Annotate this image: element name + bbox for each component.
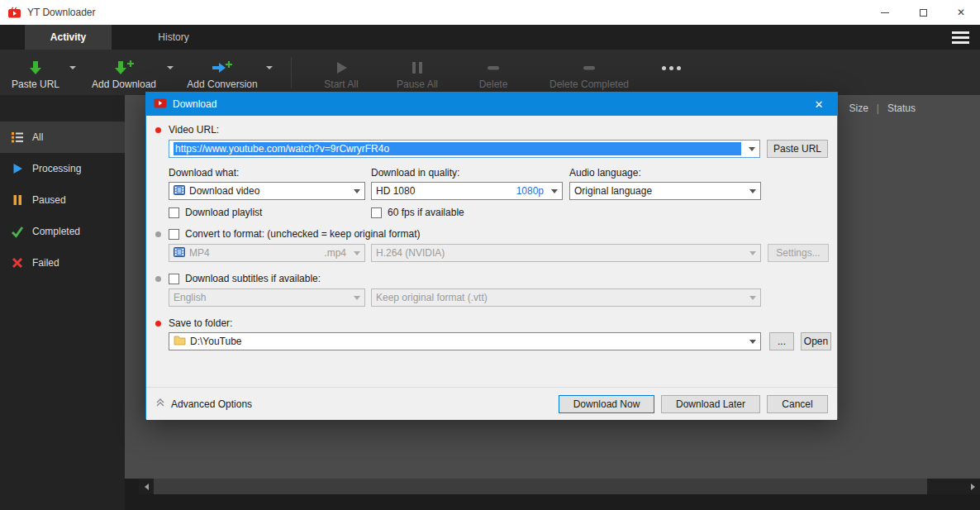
scrollbar-thumb[interactable] [154, 479, 927, 494]
save-folder-select[interactable]: D:\YouTube [169, 332, 761, 350]
close-button[interactable]: ✕ [942, 0, 980, 25]
advanced-options-toggle[interactable]: Advanced Options [155, 398, 252, 410]
download-what-label: Download what: [169, 167, 239, 179]
column-header-status[interactable]: Status [887, 102, 916, 114]
download-later-button[interactable]: Download Later [661, 395, 760, 413]
quality-badge: 1080p [516, 185, 544, 197]
chevron-up-icon [155, 398, 165, 410]
folder-icon [174, 335, 186, 348]
sidebar-failed-label: Failed [32, 257, 59, 269]
tab-activity[interactable]: Activity [25, 25, 112, 50]
delete-completed-button: Delete Completed [531, 55, 647, 90]
sidebar-item-completed[interactable]: Completed [0, 216, 125, 247]
minimize-icon [881, 12, 889, 13]
add-conversion-dropdown-icon[interactable] [266, 66, 273, 69]
format-dropdown-icon [354, 251, 360, 255]
subtitles-combos-row: English Keep original format (.vtt) [169, 288, 828, 307]
checkbox-icon [169, 274, 179, 284]
scroll-right-icon[interactable] [965, 479, 980, 494]
download-now-button[interactable]: Download Now [559, 395, 654, 413]
column-divider: | [877, 102, 879, 114]
download-what-select[interactable]: Download video [169, 182, 365, 200]
audio-language-select[interactable]: Original language [569, 182, 761, 200]
required-dot-icon [155, 321, 161, 326]
minimize-button[interactable] [866, 0, 904, 25]
convert-checkbox[interactable]: Convert to format: (unchecked = keep ori… [169, 228, 420, 240]
dialog-paste-url-button[interactable]: Paste URL [767, 140, 828, 158]
sidebar-item-all[interactable]: All [0, 122, 125, 153]
cancel-button[interactable]: Cancel [767, 395, 828, 413]
paste-url-button[interactable]: Paste URL [3, 55, 68, 90]
video-url-value: https://www.youtube.com/watch?v=9rCwryrF… [174, 142, 741, 155]
add-download-dropdown-icon[interactable] [167, 66, 174, 69]
start-all-button: Start All [303, 55, 379, 90]
subtitles-label: Download subtitles if available: [185, 273, 321, 284]
codec-select: H.264 (NVIDIA) [371, 244, 761, 262]
toolbar: Paste URL Add Download Add Conversion St… [0, 50, 980, 95]
scrollbar-track[interactable] [154, 479, 965, 494]
paste-url-label: Paste URL [12, 79, 59, 90]
column-header-size[interactable]: Size [849, 102, 868, 114]
list-column-headers: Size | Status [849, 102, 916, 114]
pause-all-icon [411, 58, 424, 76]
save-folder-dropdown-icon[interactable] [749, 340, 756, 344]
add-download-button[interactable]: Add Download [83, 55, 165, 90]
quality-select[interactable]: HD 1080 1080p [371, 182, 563, 200]
audio-language-value: Original language [574, 185, 742, 197]
tabbar: Activity History [0, 25, 980, 50]
subtitle-format-select: Keep original format (.vtt) [371, 288, 761, 307]
dialog-body: Video URL: https://www.youtube.com/watch… [146, 116, 837, 420]
settings-button: Settings... [768, 244, 829, 262]
save-folder-row: D:\YouTube ... Open [169, 332, 828, 350]
download-what-dropdown-icon[interactable] [354, 189, 360, 193]
browse-folder-button[interactable]: ... [769, 332, 794, 350]
toolbar-separator [291, 57, 292, 88]
video-url-dropdown-icon[interactable] [749, 147, 755, 151]
window-title: YT Downloader [27, 7, 96, 18]
menu-icon[interactable] [952, 31, 969, 44]
format-value: MP4 [189, 247, 320, 259]
download-playlist-label: Download playlist [185, 207, 262, 218]
optional-dot-icon [155, 276, 161, 282]
convert-label: Convert to format: (unchecked = keep ori… [185, 228, 420, 240]
audio-language-dropdown-icon[interactable] [749, 189, 756, 193]
sidebar-completed-label: Completed [32, 226, 80, 237]
delete-completed-icon [582, 58, 597, 76]
subtitle-language-dropdown-icon [354, 296, 360, 300]
video-file-icon [174, 184, 185, 198]
dialog-footer: Advanced Options Download Now Download L… [146, 387, 837, 420]
start-all-label: Start All [324, 79, 358, 90]
quality-value: HD 1080 [376, 185, 512, 197]
download-playlist-checkbox[interactable]: Download playlist [169, 207, 262, 218]
fps-checkbox[interactable]: 60 fps if available [371, 207, 464, 218]
paused-icon [11, 193, 24, 207]
more-options-icon[interactable] [662, 66, 681, 70]
format-select: MP4 .mp4 [169, 244, 365, 262]
dialog-close-icon[interactable]: ✕ [808, 98, 830, 111]
sidebar-item-processing[interactable]: Processing [0, 153, 125, 184]
maximize-icon [920, 9, 927, 17]
optional-dot-icon [155, 231, 161, 237]
horizontal-scrollbar[interactable] [139, 479, 980, 494]
add-download-icon [114, 58, 135, 76]
sidebar-all-label: All [32, 131, 43, 143]
subtitles-checkbox[interactable]: Download subtitles if available: [169, 273, 321, 284]
failed-x-icon [11, 256, 24, 269]
add-conversion-button[interactable]: Add Conversion [180, 55, 264, 90]
tab-history[interactable]: History [112, 25, 235, 50]
delete-icon [486, 58, 501, 76]
video-url-input[interactable]: https://www.youtube.com/watch?v=9rCwryrF… [169, 140, 760, 158]
scroll-left-icon[interactable] [139, 479, 154, 494]
sidebar-item-paused[interactable]: Paused [0, 184, 125, 216]
maximize-button[interactable] [904, 0, 942, 25]
paste-url-dropdown-icon[interactable] [69, 66, 76, 69]
dialog-app-icon [154, 98, 167, 111]
processing-icon [11, 162, 24, 175]
save-folder-label-row: Save to folder: [155, 317, 828, 329]
quality-dropdown-icon[interactable] [551, 189, 558, 193]
subtitle-language-select: English [169, 288, 365, 307]
open-folder-button[interactable]: Open [801, 332, 831, 350]
sidebar-paused-label: Paused [32, 194, 66, 206]
sidebar-item-failed[interactable]: Failed [0, 247, 125, 279]
advanced-options-label: Advanced Options [171, 398, 252, 410]
